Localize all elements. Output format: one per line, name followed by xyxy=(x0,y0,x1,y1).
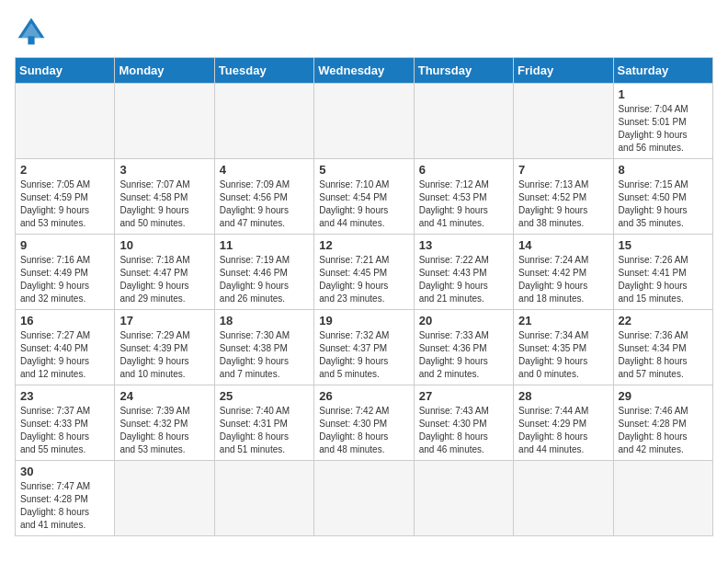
day-cell: 14Sunrise: 7:24 AM Sunset: 4:42 PM Dayli… xyxy=(514,235,613,310)
day-number: 5 xyxy=(319,163,408,177)
day-cell: 9Sunrise: 7:16 AM Sunset: 4:49 PM Daylig… xyxy=(16,235,115,310)
day-number: 9 xyxy=(20,238,109,252)
week-row-6: 30Sunrise: 7:47 AM Sunset: 4:28 PM Dayli… xyxy=(16,461,713,536)
day-info: Sunrise: 7:12 AM Sunset: 4:53 PM Dayligh… xyxy=(419,178,508,230)
day-number: 6 xyxy=(419,163,508,177)
day-info: Sunrise: 7:40 AM Sunset: 4:31 PM Dayligh… xyxy=(220,405,309,456)
day-cell: 3Sunrise: 7:07 AM Sunset: 4:58 PM Daylig… xyxy=(115,159,214,235)
day-info: Sunrise: 7:46 AM Sunset: 4:28 PM Dayligh… xyxy=(619,405,708,456)
weekday-header-saturday: Saturday xyxy=(613,58,712,84)
weekday-header-sunday: Sunday xyxy=(16,58,115,84)
day-cell: 24Sunrise: 7:39 AM Sunset: 4:32 PM Dayli… xyxy=(115,385,214,461)
day-info: Sunrise: 7:34 AM Sunset: 4:35 PM Dayligh… xyxy=(518,329,608,381)
day-cell: 25Sunrise: 7:40 AM Sunset: 4:31 PM Dayli… xyxy=(214,385,313,461)
day-cell: 23Sunrise: 7:37 AM Sunset: 4:33 PM Dayli… xyxy=(16,385,115,461)
day-number: 10 xyxy=(119,238,209,252)
day-cell: 15Sunrise: 7:26 AM Sunset: 4:41 PM Dayli… xyxy=(613,235,712,310)
day-cell: 10Sunrise: 7:18 AM Sunset: 4:47 PM Dayli… xyxy=(115,235,214,310)
day-number: 13 xyxy=(419,238,508,252)
day-cell: 13Sunrise: 7:22 AM Sunset: 4:43 PM Dayli… xyxy=(414,235,513,310)
day-cell: 5Sunrise: 7:10 AM Sunset: 4:54 PM Daylig… xyxy=(314,159,414,235)
day-number: 1 xyxy=(619,87,708,101)
day-cell: 19Sunrise: 7:32 AM Sunset: 4:37 PM Dayli… xyxy=(314,310,414,385)
day-info: Sunrise: 7:32 AM Sunset: 4:37 PM Dayligh… xyxy=(319,329,408,381)
day-cell: 17Sunrise: 7:29 AM Sunset: 4:39 PM Dayli… xyxy=(115,310,214,385)
day-cell: 27Sunrise: 7:43 AM Sunset: 4:30 PM Dayli… xyxy=(414,385,513,461)
day-cell: 29Sunrise: 7:46 AM Sunset: 4:28 PM Dayli… xyxy=(613,385,712,461)
week-row-2: 2Sunrise: 7:05 AM Sunset: 4:59 PM Daylig… xyxy=(16,159,713,235)
day-cell: 21Sunrise: 7:34 AM Sunset: 4:35 PM Dayli… xyxy=(514,310,613,385)
day-cell: 2Sunrise: 7:05 AM Sunset: 4:59 PM Daylig… xyxy=(16,159,115,235)
day-cell xyxy=(514,461,613,536)
day-cell xyxy=(214,84,313,159)
day-number: 29 xyxy=(619,389,708,403)
day-info: Sunrise: 7:44 AM Sunset: 4:29 PM Dayligh… xyxy=(518,405,608,456)
day-number: 25 xyxy=(220,389,309,403)
day-info: Sunrise: 7:07 AM Sunset: 4:58 PM Dayligh… xyxy=(119,178,209,230)
week-row-5: 23Sunrise: 7:37 AM Sunset: 4:33 PM Dayli… xyxy=(16,385,713,461)
day-info: Sunrise: 7:24 AM Sunset: 4:42 PM Dayligh… xyxy=(518,254,608,305)
day-info: Sunrise: 7:36 AM Sunset: 4:34 PM Dayligh… xyxy=(619,329,708,381)
page-header xyxy=(15,15,713,48)
day-info: Sunrise: 7:27 AM Sunset: 4:40 PM Dayligh… xyxy=(20,329,109,381)
day-cell: 18Sunrise: 7:30 AM Sunset: 4:38 PM Dayli… xyxy=(214,310,313,385)
day-number: 28 xyxy=(518,389,608,403)
weekday-header-monday: Monday xyxy=(115,58,214,84)
day-cell: 11Sunrise: 7:19 AM Sunset: 4:46 PM Dayli… xyxy=(214,235,313,310)
day-info: Sunrise: 7:05 AM Sunset: 4:59 PM Dayligh… xyxy=(20,178,109,230)
day-cell: 26Sunrise: 7:42 AM Sunset: 4:30 PM Dayli… xyxy=(314,385,414,461)
day-number: 23 xyxy=(20,389,109,403)
day-info: Sunrise: 7:37 AM Sunset: 4:33 PM Dayligh… xyxy=(20,405,109,456)
day-number: 18 xyxy=(220,314,309,327)
day-number: 30 xyxy=(20,465,109,478)
day-info: Sunrise: 7:19 AM Sunset: 4:46 PM Dayligh… xyxy=(220,254,309,305)
week-row-3: 9Sunrise: 7:16 AM Sunset: 4:49 PM Daylig… xyxy=(16,235,713,310)
day-cell xyxy=(214,461,313,536)
day-number: 27 xyxy=(419,389,508,403)
day-number: 16 xyxy=(20,314,109,327)
logo-icon xyxy=(15,15,48,48)
day-info: Sunrise: 7:16 AM Sunset: 4:49 PM Dayligh… xyxy=(20,254,109,305)
day-cell xyxy=(613,461,712,536)
day-cell xyxy=(115,461,214,536)
day-number: 15 xyxy=(619,238,708,252)
day-cell xyxy=(414,461,513,536)
day-cell xyxy=(314,461,414,536)
logo xyxy=(15,15,53,48)
day-number: 22 xyxy=(619,314,708,327)
day-cell: 20Sunrise: 7:33 AM Sunset: 4:36 PM Dayli… xyxy=(414,310,513,385)
day-cell: 7Sunrise: 7:13 AM Sunset: 4:52 PM Daylig… xyxy=(514,159,613,235)
day-number: 3 xyxy=(119,163,209,177)
day-number: 26 xyxy=(319,389,408,403)
week-row-4: 16Sunrise: 7:27 AM Sunset: 4:40 PM Dayli… xyxy=(16,310,713,385)
day-number: 19 xyxy=(319,314,408,327)
day-info: Sunrise: 7:04 AM Sunset: 5:01 PM Dayligh… xyxy=(619,103,708,155)
day-number: 4 xyxy=(220,163,309,177)
day-info: Sunrise: 7:30 AM Sunset: 4:38 PM Dayligh… xyxy=(220,329,309,381)
day-cell: 30Sunrise: 7:47 AM Sunset: 4:28 PM Dayli… xyxy=(16,461,115,536)
day-cell: 8Sunrise: 7:15 AM Sunset: 4:50 PM Daylig… xyxy=(613,159,712,235)
week-row-1: 1Sunrise: 7:04 AM Sunset: 5:01 PM Daylig… xyxy=(16,84,713,159)
day-info: Sunrise: 7:42 AM Sunset: 4:30 PM Dayligh… xyxy=(319,405,408,456)
day-number: 14 xyxy=(518,238,608,252)
weekday-header-friday: Friday xyxy=(514,58,613,84)
day-info: Sunrise: 7:13 AM Sunset: 4:52 PM Dayligh… xyxy=(518,178,608,230)
day-info: Sunrise: 7:26 AM Sunset: 4:41 PM Dayligh… xyxy=(619,254,708,305)
day-info: Sunrise: 7:15 AM Sunset: 4:50 PM Dayligh… xyxy=(619,178,708,230)
day-cell: 4Sunrise: 7:09 AM Sunset: 4:56 PM Daylig… xyxy=(214,159,313,235)
day-number: 20 xyxy=(419,314,508,327)
day-number: 11 xyxy=(220,238,309,252)
day-cell: 22Sunrise: 7:36 AM Sunset: 4:34 PM Dayli… xyxy=(613,310,712,385)
weekday-header-row: SundayMondayTuesdayWednesdayThursdayFrid… xyxy=(16,58,713,84)
day-number: 21 xyxy=(518,314,608,327)
day-cell xyxy=(16,84,115,159)
day-info: Sunrise: 7:21 AM Sunset: 4:45 PM Dayligh… xyxy=(319,254,408,305)
day-info: Sunrise: 7:29 AM Sunset: 4:39 PM Dayligh… xyxy=(119,329,209,381)
day-number: 8 xyxy=(619,163,708,177)
day-number: 17 xyxy=(119,314,209,327)
day-info: Sunrise: 7:43 AM Sunset: 4:30 PM Dayligh… xyxy=(419,405,508,456)
svg-rect-2 xyxy=(28,36,34,44)
weekday-header-thursday: Thursday xyxy=(414,58,513,84)
day-info: Sunrise: 7:09 AM Sunset: 4:56 PM Dayligh… xyxy=(220,178,309,230)
day-cell: 1Sunrise: 7:04 AM Sunset: 5:01 PM Daylig… xyxy=(613,84,712,159)
